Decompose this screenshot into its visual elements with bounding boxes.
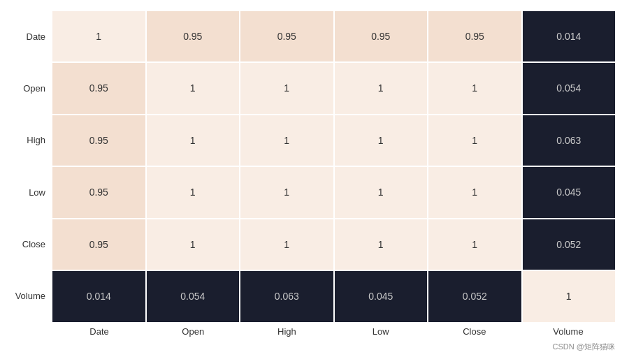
matrix-cell: 1 xyxy=(428,63,521,114)
matrix-cell: 1 xyxy=(147,115,240,166)
x-labels: DateOpenHighLowCloseVolume xyxy=(52,322,615,354)
matrix-cell: 1 xyxy=(335,167,428,218)
matrix-cell: 0.014 xyxy=(523,11,616,62)
x-label: Volume xyxy=(521,326,615,337)
matrix-grid: 10.950.950.950.950.0140.9511110.0540.951… xyxy=(52,11,615,322)
x-label: Close xyxy=(428,326,521,337)
y-label: Low xyxy=(14,166,52,218)
matrix-cell: 1 xyxy=(52,11,145,62)
matrix-cell: 0.95 xyxy=(52,219,145,270)
matrix-cell: 0.95 xyxy=(240,11,333,62)
matrix-cell: 0.054 xyxy=(147,271,240,322)
matrix-cell: 1 xyxy=(240,167,333,218)
matrix-cell: 1 xyxy=(335,63,428,114)
matrix-cell: 1 xyxy=(147,63,240,114)
x-label: Low xyxy=(334,326,428,337)
y-label: Date xyxy=(14,11,52,63)
matrix-and-x: 10.950.950.950.950.0140.9511110.0540.951… xyxy=(52,11,615,354)
x-label: High xyxy=(240,326,333,337)
y-label: Close xyxy=(14,218,52,270)
matrix-cell: 0.063 xyxy=(523,115,616,166)
matrix-cell: 0.063 xyxy=(240,271,333,322)
matrix-cell: 0.95 xyxy=(147,11,240,62)
matrix-cell: 1 xyxy=(523,271,616,322)
matrix-cell: 1 xyxy=(240,63,333,114)
matrix-cell: 0.95 xyxy=(52,115,145,166)
x-label: Date xyxy=(52,326,146,337)
x-label: Open xyxy=(146,326,240,337)
matrix-cell: 0.045 xyxy=(335,271,428,322)
matrix-cell: 1 xyxy=(240,115,333,166)
matrix-area: DateOpenHighLowCloseVolume 10.950.950.95… xyxy=(14,11,615,354)
matrix-cell: 1 xyxy=(428,167,521,218)
matrix-cell: 1 xyxy=(147,167,240,218)
y-label: High xyxy=(14,115,52,166)
y-labels: DateOpenHighLowCloseVolume xyxy=(14,11,52,354)
y-label: Volume xyxy=(14,270,52,321)
watermark: CSDN @矩阵猫咪 xyxy=(553,342,615,352)
matrix-cell: 0.052 xyxy=(428,271,521,322)
chart-wrapper: DateOpenHighLowCloseVolume 10.950.950.95… xyxy=(14,11,615,354)
matrix-cell: 0.95 xyxy=(335,11,428,62)
matrix-cell: 0.014 xyxy=(52,271,145,322)
matrix-cell: 0.95 xyxy=(428,11,521,62)
matrix-cell: 1 xyxy=(428,115,521,166)
matrix-cell: 1 xyxy=(335,219,428,270)
matrix-cell: 0.95 xyxy=(52,63,145,114)
matrix-cell: 0.95 xyxy=(52,167,145,218)
matrix-cell: 0.045 xyxy=(523,167,616,218)
matrix-cell: 0.052 xyxy=(523,219,616,270)
matrix-cell: 1 xyxy=(147,219,240,270)
y-label: Open xyxy=(14,63,52,115)
matrix-cell: 0.054 xyxy=(523,63,616,114)
matrix-cell: 1 xyxy=(335,115,428,166)
matrix-cell: 1 xyxy=(240,219,333,270)
matrix-cell: 1 xyxy=(428,219,521,270)
